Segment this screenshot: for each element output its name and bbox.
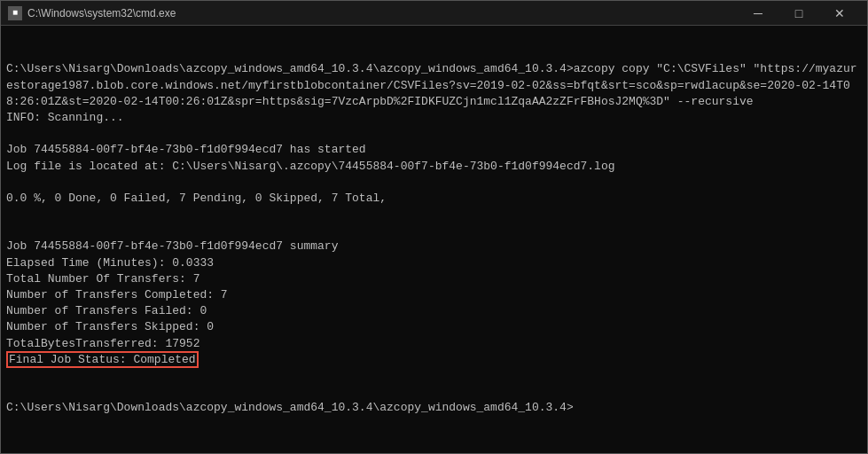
terminal-line [6, 384, 862, 400]
terminal-line [6, 175, 862, 191]
terminal-line: Number of Transfers Skipped: 0 [6, 319, 862, 335]
terminal-line [6, 368, 862, 384]
terminal-line: Job 74455884-00f7-bf4e-73b0-f1d0f994ecd7… [6, 239, 862, 254]
title-bar-left: ■ C:\Windows\system32\cmd.exe [8, 6, 176, 20]
terminal-line: Elapsed Time (Minutes): 0.0333 [6, 255, 862, 271]
maximize-button[interactable]: □ [778, 1, 819, 26]
terminal-body[interactable]: C:\Users\Nisarg\Downloads\azcopy_windows… [1, 26, 867, 453]
terminal-line: Log file is located at: C:\Users\Nisarg\… [6, 159, 862, 175]
terminal-line: TotalBytesTransferred: 17952 [6, 336, 862, 352]
terminal-line: Number of Transfers Completed: 7 [6, 287, 862, 303]
terminal-line: Total Number Of Transfers: 7 [6, 271, 862, 287]
terminal-line: INFO: Scanning... [6, 110, 862, 126]
terminal-line: Final Job Status: Completed [6, 352, 862, 368]
window-title: C:\Windows\system32\cmd.exe [27, 7, 176, 20]
terminal-line: C:\Users\Nisarg\Downloads\azcopy_windows… [6, 400, 862, 416]
title-bar: ■ C:\Windows\system32\cmd.exe ─ □ ✕ [1, 1, 867, 26]
terminal-line [6, 207, 862, 223]
terminal-line [6, 223, 862, 239]
cmd-window: ■ C:\Windows\system32\cmd.exe ─ □ ✕ C:\U… [0, 0, 868, 454]
cmd-icon: ■ [8, 6, 22, 20]
window-controls: ─ □ ✕ [738, 1, 860, 26]
terminal-line: 0.0 %, 0 Done, 0 Failed, 7 Pending, 0 Sk… [6, 191, 862, 207]
close-button[interactable]: ✕ [819, 1, 860, 26]
terminal-line: C:\Users\Nisarg\Downloads\azcopy_windows… [6, 61, 862, 110]
minimize-button[interactable]: ─ [738, 1, 778, 26]
terminal-line: Number of Transfers Failed: 0 [6, 303, 862, 319]
terminal-line [6, 126, 862, 142]
terminal-line: Job 74455884-00f7-bf4e-73b0-f1d0f994ecd7… [6, 142, 862, 158]
